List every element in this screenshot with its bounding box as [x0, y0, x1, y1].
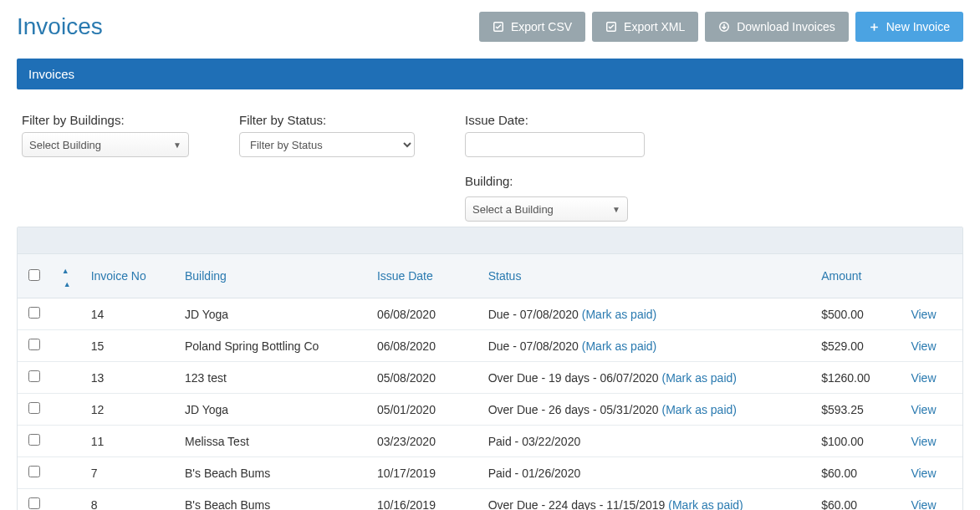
row-issue-date: 10/16/2019	[369, 489, 480, 511]
table-row: 8B's Beach Bums10/16/2019Over Due - 224 …	[18, 489, 962, 511]
row-amount: $60.00	[813, 489, 902, 511]
row-sort-cell	[52, 394, 83, 426]
view-link[interactable]: View	[911, 403, 936, 416]
panel-title: Invoices	[17, 59, 963, 89]
row-action-cell: View	[902, 489, 962, 511]
row-checkbox-cell	[18, 362, 52, 394]
chevron-down-icon: ▼	[612, 205, 620, 214]
row-checkbox[interactable]	[28, 370, 40, 382]
row-checkbox[interactable]	[28, 402, 40, 414]
row-status-text: Over Due - 19 days - 06/07/2020	[488, 371, 662, 385]
new-invoice-label: New Invoice	[886, 20, 950, 33]
row-amount: $593.25	[813, 394, 902, 426]
row-checkbox[interactable]	[28, 339, 40, 350]
plus-icon	[869, 22, 880, 33]
header-status[interactable]: Status	[480, 254, 813, 298]
view-link[interactable]: View	[911, 371, 936, 385]
row-amount: $100.00	[813, 426, 902, 457]
row-checkbox[interactable]	[28, 307, 40, 319]
table-row: 7B's Beach Bums10/17/2019Paid - 01/26/20…	[18, 457, 962, 489]
select-all-checkbox[interactable]	[28, 269, 40, 281]
action-buttons: Export CSV Export XML Download Invoices …	[479, 12, 963, 42]
header-amount[interactable]: Amount	[813, 254, 902, 298]
row-building: JD Yoga	[176, 298, 369, 330]
mark-as-paid-link[interactable]: (Mark as paid)	[661, 371, 736, 385]
row-amount: $500.00	[813, 298, 902, 330]
view-link[interactable]: View	[911, 467, 936, 480]
row-status: Due - 07/08/2020 (Mark as paid)	[480, 298, 813, 330]
view-link[interactable]: View	[911, 339, 936, 353]
row-invoice-no: 11	[83, 426, 176, 457]
row-checkbox[interactable]	[28, 466, 40, 477]
building2-label: Building:	[465, 174, 645, 188]
row-checkbox-cell	[18, 457, 52, 489]
row-sort-cell	[52, 457, 83, 489]
row-action-cell: View	[902, 426, 962, 457]
table-row: 13123 test05/08/2020Over Due - 19 days -…	[18, 362, 962, 394]
row-status-text: Due - 07/08/2020	[488, 339, 582, 353]
row-action-cell: View	[902, 330, 962, 362]
row-checkbox[interactable]	[28, 497, 40, 509]
row-action-cell: View	[902, 394, 962, 426]
filter-status-label: Filter by Status:	[239, 113, 415, 127]
mark-as-paid-link[interactable]: (Mark as paid)	[582, 308, 656, 321]
issue-date-label: Issue Date:	[465, 113, 645, 127]
table-row: 11Melissa Test03/23/2020Paid - 03/22/202…	[18, 426, 962, 457]
export-csv-button[interactable]: Export CSV	[479, 12, 585, 42]
filter-buildings-label: Filter by Buildings:	[22, 113, 189, 127]
header-building[interactable]: Building	[176, 254, 369, 298]
row-status-text: Over Due - 224 days - 11/15/2019	[488, 498, 669, 511]
row-issue-date: 05/01/2020	[369, 394, 480, 426]
mark-as-paid-link[interactable]: (Mark as paid)	[668, 498, 743, 511]
table-row: 15Poland Spring Bottling Co06/08/2020Due…	[18, 330, 962, 362]
row-invoice-no: 13	[83, 362, 176, 394]
mark-as-paid-link[interactable]: (Mark as paid)	[582, 339, 656, 353]
row-status: Due - 07/08/2020 (Mark as paid)	[480, 330, 813, 362]
row-status-text: Paid - 03/22/2020	[488, 435, 581, 448]
check-icon	[605, 21, 617, 33]
row-building: 123 test	[176, 362, 369, 394]
row-amount: $1260.00	[813, 362, 902, 394]
download-invoices-button[interactable]: Download Invoices	[705, 12, 849, 42]
row-checkbox-cell	[18, 394, 52, 426]
row-checkbox-cell	[18, 489, 52, 511]
new-invoice-button[interactable]: New Invoice	[855, 12, 963, 42]
row-sort-cell	[52, 489, 83, 511]
export-csv-label: Export CSV	[511, 20, 572, 33]
building2-select[interactable]: Select a Building ▼	[465, 196, 628, 222]
row-sort-cell	[52, 330, 83, 362]
row-status-text: Due - 07/08/2020	[488, 308, 582, 321]
row-checkbox[interactable]	[28, 434, 40, 446]
page-title: Invoices	[17, 13, 103, 40]
row-invoice-no: 8	[83, 489, 176, 511]
filter-status-select[interactable]: Filter by Status	[239, 132, 415, 157]
row-checkbox-cell	[18, 330, 52, 362]
issue-date-input[interactable]	[465, 132, 645, 157]
view-link[interactable]: View	[911, 308, 936, 321]
view-link[interactable]: View	[911, 435, 936, 448]
check-icon	[493, 21, 504, 33]
header-sort-col[interactable]: ▲ ▲	[52, 254, 83, 298]
row-status: Paid - 03/22/2020	[480, 426, 813, 457]
row-sort-cell	[52, 298, 83, 330]
row-invoice-no: 14	[83, 298, 176, 330]
row-action-cell: View	[902, 298, 962, 330]
filter-buildings-select[interactable]: Select Building ▼	[22, 132, 189, 157]
row-status: Paid - 01/26/2020	[480, 457, 813, 489]
export-xml-button[interactable]: Export XML	[592, 12, 698, 42]
row-issue-date: 03/23/2020	[369, 426, 480, 457]
invoices-table: ▲ ▲ Invoice No Building Issue Date Statu…	[17, 227, 963, 510]
row-status-text: Over Due - 26 days - 05/31/2020	[488, 403, 662, 416]
row-building: JD Yoga	[176, 394, 369, 426]
header-invoice-no[interactable]: Invoice No	[83, 254, 176, 298]
header-issue-date[interactable]: Issue Date	[369, 254, 480, 298]
mark-as-paid-link[interactable]: (Mark as paid)	[661, 403, 736, 416]
export-xml-label: Export XML	[624, 20, 685, 33]
download-icon	[718, 21, 730, 33]
row-invoice-no: 15	[83, 330, 176, 362]
row-building: Poland Spring Bottling Co	[176, 330, 369, 362]
view-link[interactable]: View	[911, 498, 936, 511]
row-building: B's Beach Bums	[176, 457, 369, 489]
row-status: Over Due - 224 days - 11/15/2019 (Mark a…	[480, 489, 813, 511]
sort-arrows-icon: ▲	[64, 282, 71, 287]
